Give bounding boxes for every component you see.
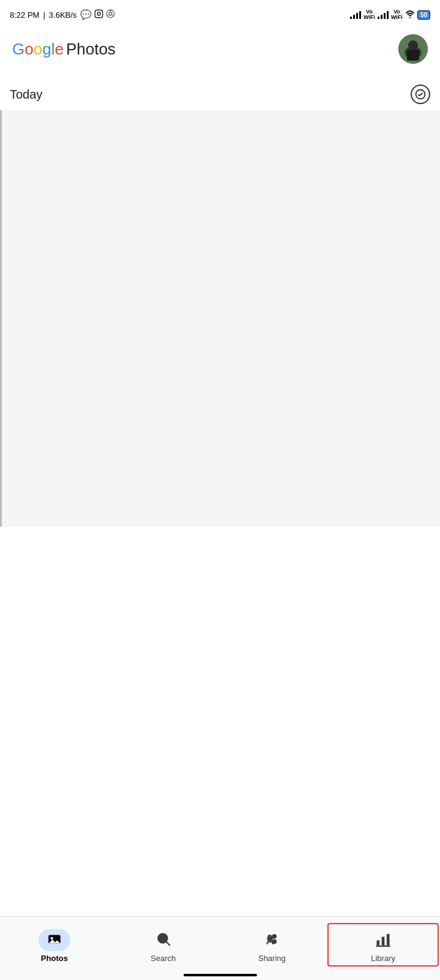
instagram-icon [94,9,103,20]
status-left: 8:22 PM | 3.6KB/s 💬 [10,9,115,20]
svg-rect-12 [407,50,419,61]
sharing-icon-wrap [256,929,288,951]
today-section: Today [0,75,440,110]
nav-tab-library[interactable]: Library [327,923,439,967]
user-avatar[interactable] [398,34,428,64]
library-tab-label: Library [371,954,395,963]
svg-point-8 [409,17,411,18]
sharing-tab-label: Sharing [258,954,286,963]
bottom-nav: Photos Search [0,916,440,980]
svg-rect-26 [377,940,380,945]
photos-label: Photos [66,40,116,59]
time: 8:22 PM [10,10,39,20]
svg-point-15 [50,937,53,940]
library-icon [375,930,392,950]
vowifi-1: Vo WiFi [364,9,375,20]
svg-rect-0 [95,10,103,18]
logo-o1: o [24,40,33,58]
chrome-icon [106,9,115,20]
select-all-button[interactable] [411,85,430,104]
checkmark-icon [415,89,426,100]
photo-grid-area [0,110,440,527]
logo-g2: g [42,40,51,58]
svg-rect-28 [387,934,390,946]
google-logo-text: Google [12,40,64,59]
wifi-icon [405,10,415,20]
network-speed: 3.6KB/s [49,10,77,20]
svg-rect-27 [382,937,385,946]
search-tab-label: Search [151,954,176,963]
signal-bars-1 [350,10,361,19]
whatsapp-icon: 💬 [80,9,92,20]
vowifi-2: Vo WiFi [391,9,403,20]
search-icon-wrap [147,929,179,951]
search-icon [155,931,171,949]
nav-tab-search[interactable]: Search [109,922,218,968]
nav-tab-photos[interactable]: Photos [0,922,109,968]
svg-point-4 [109,12,112,15]
status-icons: 💬 [80,9,115,20]
logo-e: e [54,40,63,58]
photos-icon [47,931,62,949]
status-bar: 8:22 PM | 3.6KB/s 💬 [0,0,440,27]
svg-point-17 [158,933,167,943]
app-header: Google Photos [0,27,440,70]
battery-level: 50 [420,12,427,18]
avatar-image [398,34,428,64]
today-label: Today [10,88,42,102]
svg-line-23 [272,939,273,941]
battery-indicator: 50 [417,10,430,20]
status-right: Vo WiFi Vo WiFi 50 [350,9,430,20]
logo-g: G [12,40,24,58]
sharing-icon [264,931,280,949]
photos-tab-label: Photos [41,954,68,963]
signal-bars-2 [378,10,389,19]
avatar-svg [398,34,428,64]
svg-line-18 [166,942,170,946]
library-icon-wrap [367,929,399,951]
svg-point-2 [101,11,102,12]
google-photos-logo: Google Photos [12,40,116,59]
home-indicator [184,974,257,976]
nav-items: Photos Search [0,922,440,968]
svg-point-1 [97,12,100,15]
logo-o2: o [34,40,42,58]
separator: | [43,10,45,20]
svg-point-11 [408,40,418,50]
photos-icon-wrap [39,929,70,951]
nav-tab-sharing[interactable]: Sharing [218,922,327,968]
